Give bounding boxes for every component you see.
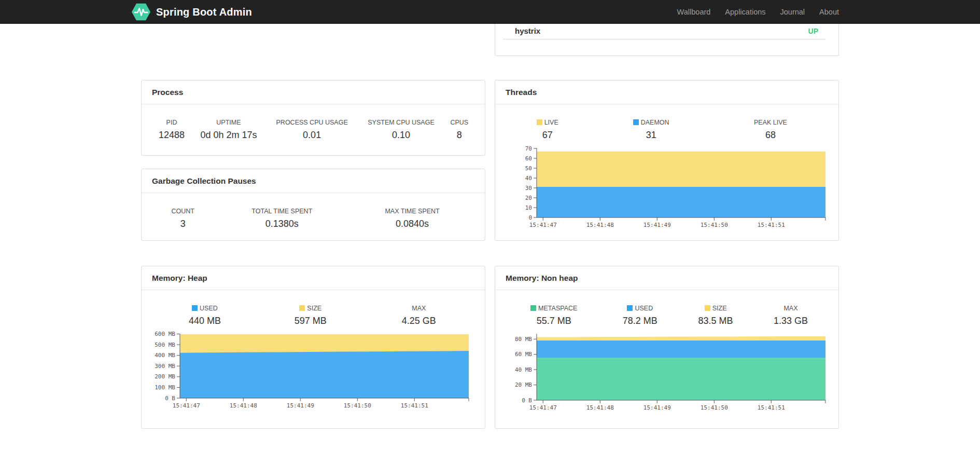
metaspace-swatch-icon bbox=[530, 305, 536, 311]
svg-text:30: 30 bbox=[525, 185, 532, 192]
nav-item-wallboard[interactable]: Wallboard bbox=[670, 0, 718, 24]
metric-gc-max-time: MAX TIME SPENT 0.0840s bbox=[350, 208, 474, 229]
svg-text:0: 0 bbox=[528, 214, 532, 221]
svg-text:15:41:51: 15:41:51 bbox=[758, 404, 785, 411]
application-name: hystrix bbox=[515, 26, 540, 35]
svg-text:15:41:48: 15:41:48 bbox=[586, 222, 614, 228]
svg-text:50: 50 bbox=[525, 165, 532, 172]
gc-pauses-card: Garbage Collection Pauses COUNT 3 TOTAL … bbox=[141, 169, 485, 241]
metric-nonheap-max: MAX 1.33 GB bbox=[753, 305, 828, 326]
nonheap-used-swatch-icon bbox=[627, 305, 633, 311]
metric-nonheap-size: SIZE 83.5 MB bbox=[678, 305, 753, 326]
right-column: hystrix UP Threads LIVE 67 DAEMON 31 bbox=[495, 24, 839, 429]
metric-heap-size: SIZE 597 MB bbox=[258, 305, 363, 326]
svg-text:400 MB: 400 MB bbox=[155, 352, 175, 359]
brand-link[interactable]: Spring Boot Admin bbox=[131, 2, 252, 22]
application-status-badge: UP bbox=[808, 27, 818, 35]
metric-threads-daemon: DAEMON 31 bbox=[589, 119, 713, 141]
svg-text:500 MB: 500 MB bbox=[155, 342, 175, 348]
svg-text:60: 60 bbox=[525, 155, 532, 162]
nav-links: Wallboard Applications Journal About bbox=[670, 0, 846, 24]
heap-memory-chart: 0 B100 MB200 MB300 MB400 MB500 MB600 MB1… bbox=[152, 331, 475, 415]
metric-process-cpu-usage: PROCESS CPU USAGE 0.01 bbox=[266, 119, 358, 141]
metric-uptime: UPTIME 0d 0h 2m 17s bbox=[191, 119, 266, 141]
left-column: Process PID 12488 UPTIME 0d 0h 2m 17s PR… bbox=[141, 24, 485, 429]
svg-text:300 MB: 300 MB bbox=[155, 363, 175, 370]
spring-boot-admin-logo-icon bbox=[131, 2, 151, 22]
nav-item-journal[interactable]: Journal bbox=[773, 0, 813, 24]
threads-legend: LIVE 67 DAEMON 31 PEAK LIVE 68 bbox=[506, 119, 828, 141]
heap-legend: USED 440 MB SIZE 597 MB MAX 4.25 GB bbox=[152, 305, 474, 326]
heap-used-swatch-icon bbox=[192, 305, 198, 311]
live-swatch-icon bbox=[537, 119, 542, 125]
metric-nonheap-used: USED 78.2 MB bbox=[602, 305, 678, 326]
heap-size-swatch-icon bbox=[299, 305, 305, 311]
svg-text:70: 70 bbox=[525, 145, 532, 152]
svg-text:10: 10 bbox=[525, 205, 532, 211]
gc-card-title: Garbage Collection Pauses bbox=[142, 169, 485, 193]
threads-card-title: Threads bbox=[495, 80, 838, 104]
application-row[interactable]: hystrix UP bbox=[495, 24, 838, 39]
metric-cpus: CPUS 8 bbox=[444, 119, 474, 141]
process-card: Process PID 12488 UPTIME 0d 0h 2m 17s PR… bbox=[141, 80, 485, 156]
nonheap-size-swatch-icon bbox=[705, 305, 710, 311]
row-divider bbox=[503, 39, 825, 39]
navbar: Spring Boot Admin Wallboard Applications… bbox=[0, 0, 980, 24]
heap-card-title: Memory: Heap bbox=[142, 266, 485, 290]
nav-item-about[interactable]: About bbox=[812, 0, 846, 24]
svg-text:15:41:49: 15:41:49 bbox=[287, 402, 314, 409]
svg-text:0 B: 0 B bbox=[522, 397, 532, 404]
memory-heap-card: Memory: Heap USED 440 MB SIZE 597 MB MAX… bbox=[141, 266, 485, 429]
svg-text:15:41:50: 15:41:50 bbox=[344, 402, 371, 409]
svg-text:600 MB: 600 MB bbox=[155, 331, 175, 337]
metric-threads-peak-live: PEAK LIVE 68 bbox=[713, 119, 828, 141]
svg-text:15:41:47: 15:41:47 bbox=[173, 402, 200, 409]
nonheap-card-title: Memory: Non heap bbox=[495, 266, 838, 290]
process-card-title: Process bbox=[142, 80, 485, 104]
threads-card: Threads LIVE 67 DAEMON 31 PEAK LIVE 68 bbox=[495, 80, 839, 241]
svg-text:15:41:51: 15:41:51 bbox=[401, 402, 428, 409]
memory-nonheap-card: Memory: Non heap METASPACE 55.7 MB USED … bbox=[495, 266, 839, 429]
metric-metaspace: METASPACE 55.7 MB bbox=[506, 305, 602, 326]
metric-heap-max: MAX 4.25 GB bbox=[363, 305, 474, 326]
svg-text:15:41:51: 15:41:51 bbox=[758, 222, 785, 228]
application-status-card: hystrix UP bbox=[495, 24, 839, 56]
svg-text:15:41:48: 15:41:48 bbox=[586, 404, 614, 411]
svg-text:40: 40 bbox=[525, 175, 532, 182]
metric-pid: PID 12488 bbox=[152, 119, 191, 141]
svg-text:20: 20 bbox=[525, 195, 532, 201]
nav-item-applications[interactable]: Applications bbox=[718, 0, 773, 24]
svg-text:15:41:49: 15:41:49 bbox=[643, 404, 671, 411]
svg-text:15:41:50: 15:41:50 bbox=[701, 222, 728, 228]
threads-chart: 01020304050607015:41:4715:41:4815:41:491… bbox=[506, 145, 830, 231]
metric-system-cpu-usage: SYSTEM CPU USAGE 0.10 bbox=[358, 119, 444, 141]
daemon-swatch-icon bbox=[633, 119, 639, 125]
gc-metrics: COUNT 3 TOTAL TIME SPENT 0.1380s MAX TIM… bbox=[152, 208, 474, 229]
metric-gc-total-time: TOTAL TIME SPENT 0.1380s bbox=[214, 208, 350, 229]
metric-threads-live: LIVE 67 bbox=[506, 119, 589, 141]
svg-text:15:41:47: 15:41:47 bbox=[529, 404, 557, 411]
svg-text:15:41:49: 15:41:49 bbox=[643, 222, 671, 228]
svg-text:20 MB: 20 MB bbox=[515, 382, 532, 388]
svg-text:200 MB: 200 MB bbox=[155, 373, 175, 380]
svg-text:15:41:50: 15:41:50 bbox=[701, 404, 728, 411]
app-title: Spring Boot Admin bbox=[156, 6, 252, 18]
svg-text:60 MB: 60 MB bbox=[515, 351, 532, 358]
svg-text:40 MB: 40 MB bbox=[515, 366, 532, 373]
process-metrics: PID 12488 UPTIME 0d 0h 2m 17s PROCESS CP… bbox=[152, 119, 474, 141]
svg-text:15:41:48: 15:41:48 bbox=[230, 402, 257, 409]
svg-text:15:41:47: 15:41:47 bbox=[529, 222, 557, 228]
nonheap-memory-chart: 0 B20 MB40 MB60 MB80 MB15:41:4715:41:481… bbox=[506, 331, 830, 417]
nonheap-legend: METASPACE 55.7 MB USED 78.2 MB SIZE 83.5… bbox=[506, 305, 828, 326]
metric-heap-used: USED 440 MB bbox=[152, 305, 258, 326]
svg-text:100 MB: 100 MB bbox=[155, 384, 175, 391]
svg-text:0 B: 0 B bbox=[165, 395, 175, 402]
metric-gc-count: COUNT 3 bbox=[152, 208, 214, 229]
svg-text:80 MB: 80 MB bbox=[515, 336, 532, 343]
content-area: Process PID 12488 UPTIME 0d 0h 2m 17s PR… bbox=[141, 24, 839, 429]
